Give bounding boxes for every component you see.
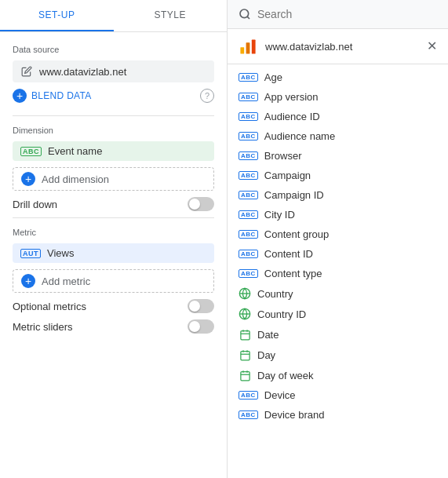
- right-scrollbar-area: ABCAgeABCApp versionABCAudience IDABCAud…: [228, 64, 448, 478]
- field-type-badge: ABC: [239, 151, 258, 160]
- help-icon[interactable]: ?: [200, 89, 214, 103]
- metric-sliders-row: Metric sliders: [13, 319, 214, 334]
- field-globe-icon: [239, 287, 251, 300]
- field-name: Content type: [264, 268, 322, 279]
- field-name: Country ID: [257, 308, 306, 320]
- field-item[interactable]: Day: [228, 345, 448, 365]
- field-name: City ID: [264, 209, 295, 221]
- field-type-badge: ABC: [239, 73, 258, 82]
- source-icon: [239, 37, 257, 56]
- field-type-badge: ABC: [239, 171, 258, 180]
- field-item[interactable]: Country: [228, 283, 448, 304]
- field-name: Age: [264, 71, 282, 83]
- svg-point-0: [240, 9, 249, 18]
- blend-plus-icon[interactable]: +: [13, 89, 27, 103]
- field-item[interactable]: ABCCampaign: [228, 166, 448, 185]
- field-type-badge: ABC: [239, 93, 258, 101]
- divider-1: [13, 115, 214, 116]
- tab-setup[interactable]: SET-UP: [0, 0, 114, 31]
- field-item[interactable]: ABCDevice brand: [228, 405, 448, 425]
- data-source-box: www.datavizlab.net: [13, 60, 214, 82]
- field-item[interactable]: ABCDevice: [228, 385, 448, 405]
- abc-badge-dimension: ABC: [20, 147, 42, 156]
- dimension-chip[interactable]: ABC Event name: [13, 141, 214, 161]
- field-item[interactable]: ABCCity ID: [228, 205, 448, 224]
- svg-rect-2: [240, 47, 244, 53]
- field-item[interactable]: ABCAge: [228, 68, 448, 87]
- field-calendar-icon: [239, 348, 251, 361]
- right-panel: www.datavizlab.net ✕ ABCAgeABCApp versio…: [228, 0, 448, 478]
- field-item[interactable]: ABCAudience name: [228, 126, 448, 146]
- field-name: Browser: [264, 150, 302, 162]
- metric-chip[interactable]: AUT Views: [13, 243, 214, 263]
- field-type-badge: ABC: [239, 269, 258, 278]
- field-name: Audience name: [264, 130, 335, 142]
- field-item[interactable]: ABCBrowser: [228, 146, 448, 166]
- field-name: Content group: [264, 228, 329, 240]
- field-item[interactable]: ABCContent group: [228, 224, 448, 244]
- dimension-chip-label: Event name: [48, 145, 102, 157]
- field-item[interactable]: Day of week: [228, 365, 448, 385]
- blend-left: + BLEND DATA: [13, 89, 92, 103]
- add-dimension-label: Add dimension: [42, 173, 109, 185]
- metric-sliders-toggle[interactable]: [188, 319, 214, 334]
- search-input[interactable]: [257, 8, 437, 20]
- field-item[interactable]: ABCContent type: [228, 264, 448, 283]
- dimension-label: Dimension: [13, 126, 214, 135]
- field-name: Campaign ID: [264, 189, 324, 201]
- field-item[interactable]: ABCContent ID: [228, 244, 448, 264]
- field-type-badge: ABC: [239, 132, 258, 140]
- field-item[interactable]: ABCAudience ID: [228, 107, 448, 126]
- panel-content: Data source www.datavizlab.net + BLEND D…: [0, 32, 227, 478]
- field-name: Day of week: [257, 370, 314, 381]
- field-type-badge: ABC: [239, 112, 258, 121]
- field-calendar-icon: [239, 369, 251, 381]
- field-item[interactable]: Country ID: [228, 304, 448, 324]
- add-metric-row[interactable]: + Add metric: [13, 269, 214, 293]
- blend-label[interactable]: BLEND DATA: [31, 90, 92, 101]
- blend-row: + BLEND DATA ?: [13, 89, 214, 103]
- add-dimension-row[interactable]: + Add dimension: [13, 167, 214, 191]
- search-bar: [228, 0, 448, 29]
- field-item[interactable]: Date: [228, 324, 448, 345]
- field-item[interactable]: ABCApp version: [228, 87, 448, 107]
- field-type-badge: ABC: [239, 250, 258, 258]
- svg-line-1: [247, 16, 249, 19]
- field-item[interactable]: ABCCampaign ID: [228, 185, 448, 205]
- field-calendar-icon: [239, 328, 251, 341]
- aut-badge-metric: AUT: [20, 249, 41, 258]
- tab-style[interactable]: STYLE: [114, 0, 228, 31]
- add-metric-plus: +: [21, 274, 35, 288]
- field-name: Country: [257, 288, 293, 300]
- svg-rect-3: [246, 42, 250, 53]
- drilldown-toggle[interactable]: [188, 197, 214, 211]
- field-type-badge: ABC: [239, 391, 258, 400]
- tabs: SET-UP STYLE: [0, 0, 227, 32]
- field-name: Day: [257, 349, 275, 361]
- field-name: Device brand: [264, 409, 325, 421]
- field-name: Content ID: [264, 248, 313, 260]
- field-name: Date: [257, 329, 279, 341]
- svg-rect-9: [240, 330, 249, 339]
- field-name: Audience ID: [264, 111, 320, 122]
- close-icon[interactable]: ✕: [427, 40, 437, 53]
- field-globe-icon: [239, 308, 251, 320]
- field-type-badge: ABC: [239, 230, 258, 239]
- edit-icon[interactable]: [20, 65, 33, 78]
- svg-rect-17: [240, 371, 249, 380]
- left-panel: SET-UP STYLE Data source www.datavizlab.…: [0, 0, 228, 478]
- field-name: App version: [264, 91, 319, 103]
- field-type-badge: ABC: [239, 210, 258, 219]
- optional-metrics-toggle[interactable]: [188, 299, 214, 313]
- metric-chip-label: Views: [47, 247, 74, 259]
- metric-label: Metric: [13, 228, 214, 237]
- optional-metrics-label: Optional metrics: [13, 301, 86, 312]
- drilldown-label: Drill down: [13, 199, 57, 210]
- field-name: Device: [264, 389, 296, 401]
- source-header: www.datavizlab.net ✕: [228, 29, 448, 64]
- data-source-url: www.datavizlab.net: [39, 66, 126, 78]
- source-name: www.datavizlab.net: [265, 41, 419, 53]
- field-name: Campaign: [264, 170, 311, 181]
- search-icon: [239, 8, 251, 20]
- svg-rect-13: [240, 351, 249, 359]
